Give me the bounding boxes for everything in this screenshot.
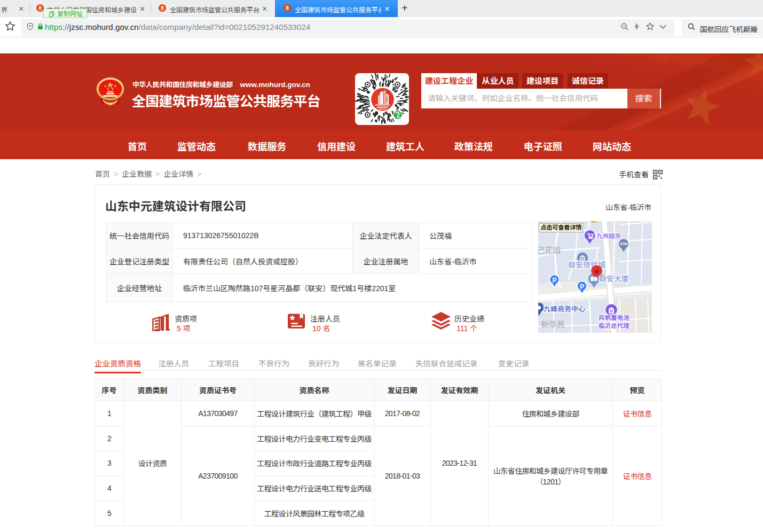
svg-text:P: P (552, 277, 556, 284)
svg-text:联安大厦: 联安大厦 (599, 275, 629, 283)
svg-text:己花园: 己花园 (538, 246, 561, 255)
svg-text:ATM: ATM (620, 242, 627, 246)
svg-text:风帆蓄电池: 风帆蓄电池 (599, 315, 630, 321)
svg-text:九峰商务中心: 九峰商务中心 (544, 305, 585, 313)
svg-text:九州超市: 九州超市 (596, 232, 621, 239)
svg-text:P: P (580, 283, 584, 291)
svg-text:临沂总代理: 临沂总代理 (599, 322, 630, 329)
svg-text:新华苑: 新华苑 (541, 320, 565, 329)
